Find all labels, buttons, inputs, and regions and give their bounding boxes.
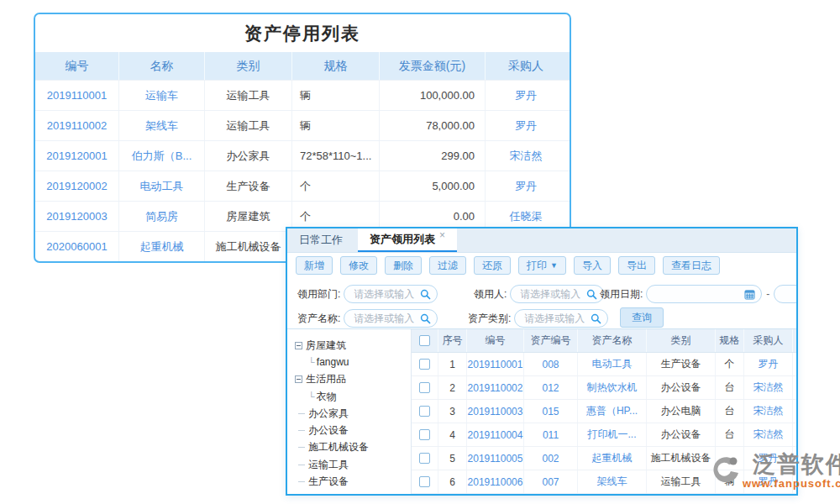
- cell-link[interactable]: 架线车: [119, 111, 205, 140]
- date-from-wrap: [646, 285, 762, 303]
- tab-daily-work[interactable]: 日常工作: [287, 228, 354, 252]
- cell-link[interactable]: 电动工具: [119, 171, 205, 201]
- tree-item-fangwu[interactable]: └fangwu: [287, 354, 411, 370]
- collapse-icon[interactable]: [295, 375, 302, 383]
- cell-link[interactable]: 简易房: [119, 202, 205, 231]
- tree-item-施工机械设备[interactable]: 施工机械设备: [287, 439, 411, 456]
- toolbar-button-导出[interactable]: 导出: [618, 256, 655, 275]
- calendar-icon[interactable]: [744, 289, 755, 300]
- table-row: 32019110003015惠普（HP...办公电脑台宋洁然: [412, 400, 796, 423]
- cell-link[interactable]: 008: [524, 353, 578, 375]
- cell-link[interactable]: 015: [524, 400, 578, 423]
- toolbar-button-导入[interactable]: 导入: [574, 256, 611, 275]
- cell-link[interactable]: 起重机械: [119, 232, 205, 261]
- row-checkbox[interactable]: [419, 382, 430, 393]
- date-from-input[interactable]: [654, 286, 745, 302]
- query-button[interactable]: 查询: [620, 307, 664, 328]
- tree-item-衣物[interactable]: └衣物: [287, 388, 411, 405]
- tree-item-房屋建筑[interactable]: 房屋建筑: [287, 337, 411, 354]
- cell-link[interactable]: 007: [524, 470, 578, 493]
- cell-link[interactable]: 宋洁然: [744, 423, 793, 446]
- row-checkbox[interactable]: [419, 429, 430, 440]
- cell-link[interactable]: 罗丹: [486, 171, 566, 201]
- collapse-icon[interactable]: [295, 342, 302, 349]
- column-header: 编号: [467, 329, 524, 352]
- cell-link[interactable]: 架线车: [578, 470, 647, 493]
- search-icon[interactable]: [591, 313, 601, 324]
- cell-link[interactable]: 伯力斯（B...: [119, 141, 205, 171]
- close-icon[interactable]: ×: [439, 229, 445, 241]
- cell-link[interactable]: 罗丹: [486, 81, 566, 110]
- tree-item-生产设备[interactable]: 生产设备: [287, 473, 411, 490]
- tree-item-办公家具[interactable]: 办公家具: [287, 405, 411, 422]
- toolbar-button-还原[interactable]: 还原: [474, 256, 511, 275]
- search-icon[interactable]: [420, 313, 431, 324]
- cell-link[interactable]: 2019110001: [35, 81, 119, 110]
- toolbar-button-新增[interactable]: 新增: [296, 256, 333, 275]
- cell: 2: [438, 376, 467, 399]
- tree-item-办公设备[interactable]: 办公设备: [287, 422, 411, 438]
- filter-panel: 领用部门: 领用人: 领用日期: - 资产名称:: [287, 278, 796, 329]
- cell-link[interactable]: 宋洁然: [744, 376, 793, 399]
- cell-link[interactable]: 2019110006: [467, 470, 524, 493]
- asset-cat-input[interactable]: [522, 310, 591, 327]
- search-icon[interactable]: [586, 289, 597, 300]
- cell-link[interactable]: 012: [524, 376, 578, 399]
- cell-link[interactable]: 运输车: [119, 81, 205, 110]
- table-row: 12019110001008电动工具生产设备个罗丹: [412, 353, 796, 376]
- cell-link[interactable]: 制热饮水机: [578, 376, 647, 399]
- row-checkbox[interactable]: [419, 453, 430, 464]
- date-range-separator: -: [766, 288, 769, 300]
- cell-link[interactable]: 电动工具: [578, 353, 647, 375]
- cell-link[interactable]: 2019120002: [35, 171, 119, 201]
- select-all-checkbox[interactable]: [419, 335, 430, 346]
- asset-name-input[interactable]: [352, 310, 421, 327]
- dept-input-wrap: [344, 285, 438, 303]
- cell-link[interactable]: 2019110002: [467, 376, 524, 399]
- date-label: 领用日期:: [600, 287, 643, 302]
- toolbar-button-删除[interactable]: 删除: [385, 256, 422, 275]
- column-header: 规格: [292, 52, 380, 80]
- asset-cat-label: 资产类别:: [468, 312, 511, 326]
- cell-link[interactable]: 2020060001: [35, 232, 119, 261]
- cell-link[interactable]: 2019120003: [35, 202, 119, 231]
- tree-item-label: 生活用品: [306, 372, 346, 386]
- cell-link[interactable]: 宋洁然: [486, 141, 566, 171]
- cell-link[interactable]: 起重机械: [578, 447, 647, 470]
- cell-link[interactable]: 2019110003: [467, 400, 524, 423]
- cell-link[interactable]: 002: [524, 447, 578, 470]
- toolbar-button-打印[interactable]: 打印▼: [518, 256, 566, 275]
- row-checkbox[interactable]: [419, 359, 430, 370]
- cell-link[interactable]: 2019110004: [467, 423, 524, 446]
- column-header: 编号: [35, 52, 119, 80]
- cell-link[interactable]: 惠普（HP...: [578, 400, 647, 423]
- toolbar-button-过滤[interactable]: 过滤: [429, 256, 466, 275]
- tree-item-label: 衣物: [317, 390, 337, 404]
- date-to-input[interactable]: [782, 286, 798, 302]
- cell-link[interactable]: 罗丹: [744, 353, 793, 375]
- cell-link[interactable]: 宋洁然: [744, 400, 793, 423]
- cell: 299.00: [380, 141, 486, 171]
- cell-link[interactable]: 2019110002: [35, 111, 119, 140]
- dept-input[interactable]: [352, 286, 421, 302]
- search-icon[interactable]: [420, 289, 431, 300]
- cell-link[interactable]: 011: [524, 423, 578, 446]
- cell: 100,000.00: [380, 81, 486, 110]
- cell-link[interactable]: 打印机一...: [578, 423, 647, 446]
- tree-item-运输工具[interactable]: 运输工具: [287, 456, 411, 473]
- user-input[interactable]: [518, 286, 587, 302]
- toolbar-button-修改[interactable]: 修改: [340, 256, 377, 275]
- cell-link[interactable]: 罗丹: [486, 111, 566, 140]
- user-input-wrap: [510, 285, 604, 303]
- tab-asset-requisition-list[interactable]: 资产领用列表 ×: [358, 228, 457, 252]
- row-checkbox[interactable]: [419, 406, 430, 417]
- tree-item-生活用品[interactable]: 生活用品: [287, 371, 411, 388]
- cell-link[interactable]: 2019110001: [467, 353, 524, 375]
- tree-branch-icon: └: [308, 391, 315, 402]
- cell-link[interactable]: 2019120001: [35, 141, 119, 171]
- row-checkbox[interactable]: [419, 476, 430, 487]
- cell: 办公家具: [205, 141, 292, 171]
- column-header: 序号: [438, 329, 467, 352]
- toolbar-button-查看日志[interactable]: 查看日志: [663, 256, 720, 275]
- cell-link[interactable]: 2019110005: [467, 447, 524, 470]
